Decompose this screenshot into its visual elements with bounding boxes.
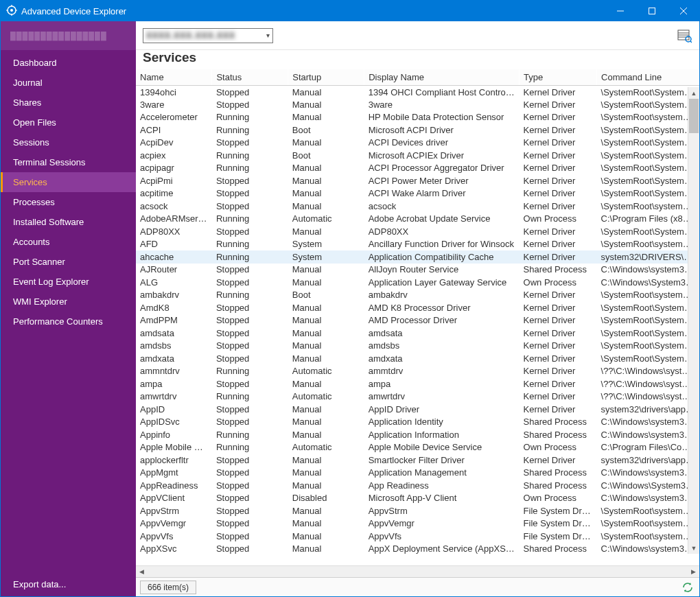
- table-row[interactable]: amdxataStoppedManualamdxataKernel Driver…: [136, 352, 699, 365]
- sidebar-item-performance-counters[interactable]: Performance Counters: [1, 312, 136, 331]
- scroll-right-arrow[interactable]: ▶: [688, 566, 699, 577]
- table-row[interactable]: AppinfoRunningManualApplication Informat…: [136, 428, 699, 441]
- cell-name: AdobeARMservice: [136, 213, 212, 226]
- cell-type: Own Process: [520, 213, 597, 226]
- table-row[interactable]: ACPIRunningBootMicrosoft ACPI DriverKern…: [136, 124, 699, 137]
- cell-cmd: C:\Program Files\Common: [597, 441, 699, 454]
- table-row[interactable]: AppVClientStoppedDisabledMicrosoft App-V…: [136, 492, 699, 505]
- sidebar-item-processes[interactable]: Processes: [1, 192, 136, 212]
- cell-name: ammntdrv: [136, 365, 212, 378]
- host-selector-combo[interactable]: XXXX.XXX.XXX.XXX ▾: [143, 28, 273, 43]
- table-row[interactable]: AppMgmtStoppedManualApplication Manageme…: [136, 467, 699, 480]
- close-button[interactable]: [668, 1, 699, 21]
- sidebar-item-shares[interactable]: Shares: [1, 93, 136, 113]
- table-row[interactable]: AppIDSvcStoppedManualApplication Identit…: [136, 416, 699, 429]
- cell-name: acpipagr: [136, 162, 212, 175]
- scroll-down-arrow[interactable]: ▼: [688, 542, 699, 554]
- cell-startup: Manual: [288, 98, 364, 111]
- table-row[interactable]: AmdK8StoppedManualAMD K8 Processor Drive…: [136, 301, 699, 314]
- sidebar-item-accounts[interactable]: Accounts: [1, 232, 136, 252]
- table-row[interactable]: amdsataStoppedManualamdsataKernel Driver…: [136, 327, 699, 340]
- table-row[interactable]: AppXSvcStoppedManualAppX Deployment Serv…: [136, 543, 699, 556]
- table-row[interactable]: ambakdrvRunningBootambakdrvKernel Driver…: [136, 289, 699, 302]
- table-row[interactable]: acsockStoppedManualacsockKernel Driver\S…: [136, 200, 699, 213]
- table-row[interactable]: AppIDStoppedManualAppID DriverKernel Dri…: [136, 403, 699, 416]
- cell-status: Stopped: [212, 301, 288, 314]
- cell-cmd: \SystemRoot\System32\d: [597, 225, 699, 238]
- table-row[interactable]: ammntdrvRunningAutomaticammtdrvKernel Dr…: [136, 365, 699, 378]
- columns-config-icon[interactable]: [676, 27, 692, 44]
- table-row[interactable]: amdsbsStoppedManualamdsbsKernel Driver\S…: [136, 340, 699, 353]
- table-row[interactable]: ampaStoppedManualampaKernel Driver\??\C:…: [136, 377, 699, 390]
- table-row[interactable]: applockerfltrStoppedManualSmartlocker Fi…: [136, 454, 699, 467]
- table-row[interactable]: 1394ohciStoppedManual1394 OHCI Compliant…: [136, 86, 699, 99]
- cell-startup: Manual: [288, 137, 364, 150]
- cell-cmd: C:\Program Files (x86)\Co: [597, 213, 699, 226]
- maximize-button[interactable]: [636, 1, 668, 21]
- cell-cmd: \SystemRoot\system32\ai: [597, 289, 699, 302]
- table-row[interactable]: ALGStoppedManualApplication Layer Gatewa…: [136, 276, 699, 289]
- cell-name: ALG: [136, 276, 212, 289]
- sidebar-item-installed-software[interactable]: Installed Software: [1, 212, 136, 232]
- column-header-startup[interactable]: Startup: [288, 69, 364, 86]
- svg-point-1: [10, 9, 13, 12]
- export-data-link[interactable]: Export data...: [1, 572, 136, 596]
- refresh-button[interactable]: [680, 580, 695, 595]
- sidebar-item-port-scanner[interactable]: Port Scanner: [1, 252, 136, 272]
- cell-display: 3ware: [364, 98, 520, 111]
- sidebar-item-open-files[interactable]: Open Files: [1, 113, 136, 132]
- scroll-left-arrow[interactable]: ◀: [136, 566, 148, 577]
- table-row[interactable]: AppvVfsStoppedManualAppvVfsFile System D…: [136, 530, 699, 543]
- sidebar-item-terminal-sessions[interactable]: Terminal Sessions: [1, 152, 136, 172]
- cell-type: File System Driver: [520, 530, 597, 543]
- table-row[interactable]: AppReadinessStoppedManualApp ReadinessSh…: [136, 479, 699, 492]
- column-header-status[interactable]: Status: [212, 69, 288, 86]
- sidebar-item-event-log-explorer[interactable]: Event Log Explorer: [1, 272, 136, 292]
- cell-name: amdsbs: [136, 340, 212, 353]
- horizontal-scrollbar[interactable]: ◀ ▶: [136, 565, 699, 577]
- sidebar-item-dashboard[interactable]: Dashboard: [1, 53, 136, 73]
- cell-startup: Manual: [288, 377, 364, 390]
- cell-display: amwrtdrv: [364, 390, 520, 403]
- table-row[interactable]: acpipagrRunningManualACPI Processor Aggr…: [136, 162, 699, 175]
- cell-cmd: \SystemRoot\System32\D: [597, 149, 699, 162]
- cell-type: Own Process: [520, 492, 597, 505]
- table-row[interactable]: AmdPPMStoppedManualAMD Processor DriverK…: [136, 314, 699, 327]
- cell-type: Kernel Driver: [520, 365, 597, 378]
- column-header-name[interactable]: Name: [136, 69, 212, 86]
- table-row[interactable]: 3wareStoppedManual3wareKernel Driver\Sys…: [136, 98, 699, 111]
- scroll-thumb[interactable]: [689, 99, 699, 133]
- cell-startup: System: [288, 238, 364, 251]
- table-row[interactable]: amwrtdrvRunningAutomaticamwrtdrvKernel D…: [136, 390, 699, 403]
- sidebar-item-journal[interactable]: Journal: [1, 73, 136, 93]
- table-row[interactable]: AccelerometerRunningManualHP Mobile Data…: [136, 111, 699, 124]
- table-row[interactable]: AcpiDevStoppedManualACPI Devices driverK…: [136, 137, 699, 150]
- table-row[interactable]: AppvVemgrStoppedManualAppvVemgrFile Syst…: [136, 517, 699, 530]
- scroll-up-arrow[interactable]: ▲: [688, 87, 699, 99]
- table-row[interactable]: acpitimeStoppedManualACPI Wake Alarm Dri…: [136, 187, 699, 200]
- column-header-display-name[interactable]: Display Name: [364, 69, 520, 86]
- cell-type: Kernel Driver: [520, 187, 597, 200]
- sidebar-item-sessions[interactable]: Sessions: [1, 132, 136, 152]
- column-header-command-line[interactable]: Command Line: [597, 69, 699, 86]
- cell-display: amdsbs: [364, 340, 520, 353]
- table-row[interactable]: AcpiPmiStoppedManualACPI Power Meter Dri…: [136, 174, 699, 187]
- table-row[interactable]: AJRouterStoppedManualAllJoyn Router Serv…: [136, 264, 699, 277]
- sidebar-item-services[interactable]: Services: [1, 172, 136, 192]
- table-row[interactable]: ADP80XXStoppedManualADP80XXKernel Driver…: [136, 225, 699, 238]
- cell-startup: Boot: [288, 289, 364, 302]
- table-row[interactable]: Apple Mobile De…RunningAutomaticApple Mo…: [136, 441, 699, 454]
- cell-name: ahcache: [136, 250, 212, 264]
- table-row[interactable]: acpiexRunningBootMicrosoft ACPIEx Driver…: [136, 149, 699, 162]
- table-row[interactable]: ahcacheRunningSystemApplication Compatib…: [136, 250, 699, 264]
- table-row[interactable]: AdobeARMserviceRunningAutomaticAdobe Acr…: [136, 213, 699, 226]
- cell-display: ammtdrv: [364, 365, 520, 378]
- svg-rect-3: [649, 8, 655, 14]
- vertical-scrollbar[interactable]: ▲ ▼: [688, 87, 699, 554]
- minimize-button[interactable]: [605, 1, 636, 21]
- table-row[interactable]: AFDRunningSystemAncillary Function Drive…: [136, 238, 699, 251]
- table-row[interactable]: AppvStrmStoppedManualAppvStrmFile System…: [136, 504, 699, 517]
- column-header-type[interactable]: Type: [520, 69, 597, 86]
- sidebar-item-wmi-explorer[interactable]: WMI Explorer: [1, 292, 136, 312]
- cell-startup: Automatic: [288, 365, 364, 378]
